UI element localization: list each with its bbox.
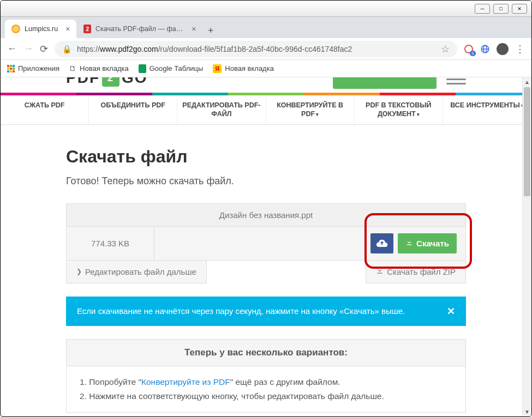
menu-icon[interactable]: ⋮ [515, 43, 525, 55]
menu-compress-pdf[interactable]: СЖАТЬ PDF [1, 95, 89, 124]
window-close[interactable]: ✕ [512, 4, 527, 14]
window-titlebar: — ☐ ✕ [1, 1, 531, 17]
menu-merge-pdf[interactable]: ОБЪЕДИНИТЬ PDF [89, 95, 177, 124]
scroll-down-arrow[interactable]: ▼ [523, 407, 531, 416]
download-button[interactable]: Скачать [398, 233, 457, 253]
bookmark-google-sheets[interactable]: Google Таблицы [139, 64, 204, 73]
window-minimize[interactable]: — [475, 4, 490, 14]
yandex-icon: Я [213, 64, 222, 73]
bookmark-newtab-1[interactable]: 🗋 Новая вкладка [69, 64, 129, 72]
apps-grid-icon [7, 65, 15, 72]
page-content: ▲ ▼ PDF 2 GO СЖАТЬ PDF ОБЪЕДИНИТЬ PDF РЕ… [1, 77, 531, 416]
page-title: Скачать файл [66, 147, 466, 167]
bookmark-newtab-2[interactable]: Я Новая вкладка [213, 64, 274, 73]
vertical-scrollbar[interactable]: ▲ ▼ [522, 77, 531, 416]
options-title: Теперь у вас несколько вариантов: [67, 340, 465, 366]
page-icon: 🗋 [69, 64, 76, 72]
tab-lumpics[interactable]: Lumpics.ru × [5, 20, 76, 38]
file-size-cell: 774.33 KB [67, 226, 154, 260]
logo-badge: 2 [102, 77, 119, 87]
brand-row: PDF 2 GO [1, 77, 531, 93]
site-logo[interactable]: PDF 2 GO [66, 77, 148, 87]
option-1: 1. Попробуйте "Конвертируйте из PDF" ещё… [80, 375, 452, 389]
profile-avatar[interactable] [497, 43, 509, 55]
download-icon [376, 267, 384, 276]
tab-label: Lumpics.ru [25, 25, 58, 33]
edit-more-button[interactable]: ❯ Редактировать файл дальше [66, 261, 207, 283]
forward-button[interactable]: → [23, 43, 33, 55]
menu-edit-pdf[interactable]: РЕДАКТИРОВАТЬ PDF-ФАЙЛ [177, 95, 266, 124]
bookmarks-bar: Приложения 🗋 Новая вкладка Google Таблиц… [1, 60, 531, 77]
globe-extension-icon[interactable] [480, 44, 490, 54]
header-action-button[interactable] [333, 77, 437, 89]
download-zip-button[interactable]: Скачать файл ZIP [366, 261, 466, 283]
options-panel: Теперь у вас несколько вариантов: 1. Поп… [66, 339, 466, 413]
back-button[interactable]: ← [7, 43, 17, 55]
browser-toolbar: ← → ⟳ 🔒 https://www.pdf2go.com/ru/downlo… [1, 38, 531, 60]
tab-close-icon[interactable]: × [65, 25, 70, 33]
window-maximize[interactable]: ☐ [493, 4, 509, 14]
page-lead: Готово! Теперь можно скачать файл. [66, 176, 466, 187]
scrollbar-thumb[interactable] [524, 87, 530, 196]
tab-close-icon[interactable]: × [192, 25, 196, 33]
apps-button[interactable]: Приложения [7, 64, 59, 72]
menu-convert-to-pdf[interactable]: КОНВЕРТИРУЙТЕ В PDF▾ [266, 95, 355, 124]
menu-all-tools[interactable]: ВСЕ ИНСТРУМЕНТЫ▾ [443, 95, 531, 124]
info-bar: Если скачивание не начнётся через пару с… [66, 297, 466, 326]
star-icon[interactable]: ☆ [441, 43, 450, 55]
url-text: https://www.pdf2go.com/ru/download-file/… [77, 45, 435, 53]
convert-from-pdf-link[interactable]: Конвертируйте из PDF [141, 377, 230, 386]
favicon-lumpics [11, 25, 20, 33]
chevron-right-icon: ❯ [76, 268, 82, 275]
info-text: Если скачивание не начнётся через пару с… [77, 306, 405, 316]
download-table: Дизайн без названия.ppt 774.33 KB Скачат… [66, 203, 466, 261]
option-2: 2. Нажмите на соответствующую кнопку, чт… [80, 389, 452, 403]
sheets-icon [139, 64, 146, 73]
cloud-icon [376, 239, 388, 247]
cloud-upload-button[interactable] [370, 233, 393, 253]
address-bar[interactable]: 🔒 https://www.pdf2go.com/ru/download-fil… [55, 41, 457, 57]
close-info-icon[interactable]: ✕ [447, 305, 455, 317]
download-icon [405, 239, 413, 248]
chevron-down-icon: ▾ [316, 112, 319, 117]
tools-menubar: СЖАТЬ PDF ОБЪЕДИНИТЬ PDF РЕДАКТИРОВАТЬ P… [1, 95, 531, 125]
hamburger-menu-icon[interactable] [446, 77, 466, 88]
tab-strip: Lumpics.ru × 2 Скачать PDF-файл — файл г… [1, 17, 531, 38]
tab-pdf2go[interactable]: 2 Скачать PDF-файл — файл гото × [77, 20, 202, 38]
opera-extension-icon[interactable]: 5 [464, 44, 474, 54]
download-actions-cell: Скачать [154, 226, 466, 260]
new-tab-button[interactable]: + [203, 23, 218, 38]
chevron-down-icon: ▾ [417, 112, 420, 117]
secondary-button-row: ❯ Редактировать файл дальше Скачать файл… [66, 261, 466, 283]
lock-icon: 🔒 [62, 45, 71, 53]
tab-label: Скачать PDF-файл — файл гото [95, 25, 184, 33]
favicon-pdf2go: 2 [83, 25, 91, 33]
scroll-up-arrow[interactable]: ▲ [523, 77, 531, 87]
file-name-cell: Дизайн без названия.ppt [67, 203, 466, 226]
reload-button[interactable]: ⟳ [40, 43, 48, 55]
options-body: 1. Попробуйте "Конвертируйте из PDF" ещё… [67, 366, 465, 413]
menu-pdf-to-text[interactable]: PDF В ТЕКСТОВЫЙ ДОКУМЕНТ▾ [355, 95, 443, 124]
